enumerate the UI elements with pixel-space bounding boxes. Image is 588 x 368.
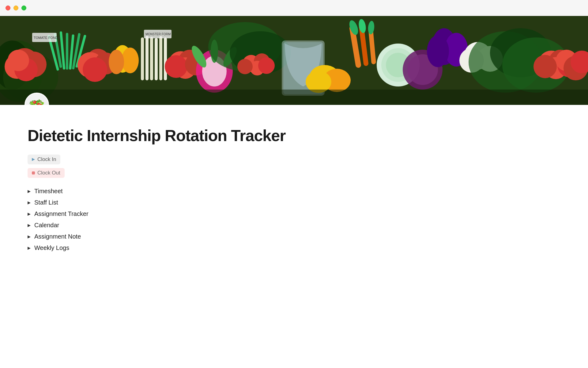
svg-point-33 [165,55,187,78]
buttons-row: Clock In Clock Out [28,155,401,178]
arrow-icon-staff-list: ▶ [28,200,31,205]
svg-point-20 [83,57,107,82]
svg-rect-13 [66,33,68,70]
svg-rect-28 [159,36,162,80]
svg-rect-25 [145,36,149,80]
play-icon [32,158,35,161]
nav-item-timesheet[interactable]: ▶ Timesheet [28,186,401,196]
svg-rect-27 [155,38,158,80]
clock-out-button[interactable]: Clock Out [28,168,65,178]
page-wrapper: TOMATE FONDA MONSTER FORM 🥗 Dietetic Int… [0,16,588,271]
clock-in-button[interactable]: Clock In [28,155,60,164]
svg-text:MONSTER FORM: MONSTER FORM [145,33,171,36]
svg-rect-24 [141,37,144,80]
nav-label-assignment-note: Assignment Note [34,233,81,240]
stop-icon [32,171,35,174]
nav-item-weekly-logs[interactable]: ▶ Weekly Logs [28,243,401,253]
svg-marker-82 [32,158,35,161]
arrow-icon-assignment-tracker: ▶ [28,212,31,216]
clock-out-label: Clock Out [37,170,60,176]
nav-label-weekly-logs: Weekly Logs [34,244,69,251]
svg-point-23 [109,50,124,74]
arrow-icon-weekly-logs: ▶ [28,246,31,250]
window-chrome [0,0,588,16]
svg-point-45 [258,57,275,74]
minimize-button[interactable] [13,6,18,10]
arrow-icon-assignment-note: ▶ [28,234,31,239]
nav-label-staff-list: Staff List [34,199,58,206]
svg-rect-83 [32,171,35,174]
nav-item-assignment-note[interactable]: ▶ Assignment Note [28,232,401,241]
svg-point-62 [427,35,449,67]
nav-item-assignment-tracker[interactable]: ▶ Assignment Tracker [28,209,401,219]
arrow-icon-calendar: ▶ [28,223,31,228]
content-area: Dietetic Internship Rotation Tracker Clo… [0,105,429,271]
svg-rect-26 [150,37,153,80]
svg-rect-81 [0,90,588,105]
svg-point-9 [8,50,29,71]
hero-banner: TOMATE FONDA MONSTER FORM 🥗 [0,16,588,105]
nav-item-staff-list[interactable]: ▶ Staff List [28,198,401,207]
arrow-icon-timesheet: ▶ [28,189,31,194]
nav-item-calendar[interactable]: ▶ Calendar [28,220,401,230]
svg-rect-29 [164,37,167,80]
nav-list: ▶ Timesheet ▶ Staff List ▶ Assignment Tr… [28,186,401,253]
nav-label-timesheet: Timesheet [34,188,63,195]
nav-label-assignment-tracker: Assignment Tracker [34,210,89,217]
clock-in-label: Clock In [37,156,56,163]
maximize-button[interactable] [21,6,26,10]
svg-point-46 [237,59,253,74]
svg-text:TOMATE FONDA: TOMATE FONDA [34,36,60,40]
close-button[interactable] [6,6,10,10]
page-title: Dietetic Internship Rotation Tracker [28,126,401,145]
svg-point-22 [122,48,139,73]
nav-label-calendar: Calendar [34,222,59,229]
svg-point-73 [533,55,557,78]
